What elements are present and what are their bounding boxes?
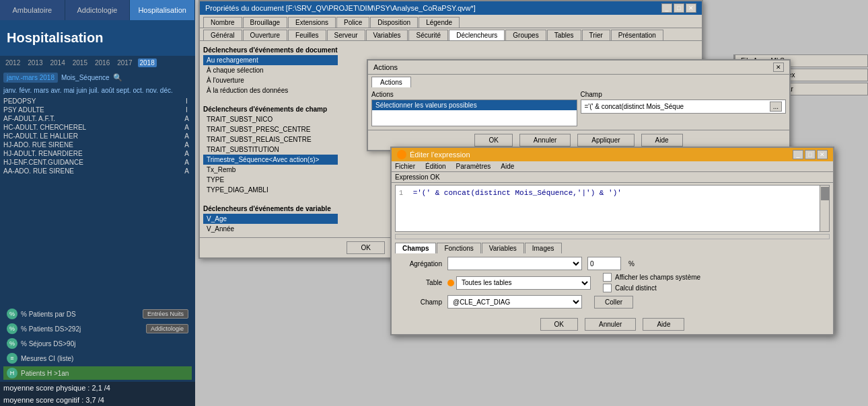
patient-row-af-adult[interactable]: AF-ADULT. A.F.T. A (0, 114, 195, 123)
aggregation-select[interactable] (447, 257, 582, 270)
coller-button[interactable]: Coller (594, 296, 633, 309)
month-aug[interactable]: août (101, 87, 114, 94)
patient-row-aa-ado[interactable]: AA-ADO. RUE SIRENE A (0, 167, 195, 175)
ok-button-doc[interactable]: OK (347, 241, 384, 254)
aide-button-actions[interactable]: Aide (641, 134, 683, 147)
year-2016[interactable]: 2016 (93, 58, 112, 67)
var-event-age[interactable]: V_Age (203, 214, 338, 224)
subtab-groupes[interactable]: Groupes (505, 30, 546, 40)
year-2015[interactable]: 2015 (71, 58, 89, 67)
distinct-checkbox[interactable] (603, 284, 612, 292)
expr-menu-aide[interactable]: Aide (501, 163, 514, 170)
actions-tab[interactable]: Actions (371, 77, 411, 87)
expr-editor-area[interactable]: 1 ='(' & concat(distinct Mois_Séquence,'… (395, 185, 830, 232)
month-nov[interactable]: nov. (146, 87, 158, 94)
btn-mesures-ci[interactable]: ≡ Mesures CI (liste) (3, 352, 192, 365)
expr-text[interactable]: ='(' & concat(distinct Mois_Séquence,'|'… (413, 189, 622, 197)
field-event-type-diag[interactable]: TYPE_DIAG_AMBLI (203, 185, 338, 195)
expr-scrollbar[interactable] (820, 186, 829, 231)
expr-close-button[interactable]: ✕ (817, 150, 828, 159)
addictologie-button[interactable]: Addictologie (146, 324, 188, 333)
expr-menu-parametres[interactable]: Paramètres (456, 163, 491, 170)
subtab-ouverture[interactable]: Ouverture (243, 30, 287, 40)
subtab-presentation[interactable]: Présentation (611, 30, 663, 40)
patient-row-hj-ado[interactable]: HJ-ADO. RUE SIRENE A (0, 140, 195, 149)
field-event-relais[interactable]: TRAIT_SUBST_RELAIS_CENTRE (203, 134, 338, 145)
expr-tab-fonctions[interactable]: Fonctions (437, 243, 480, 253)
table-select[interactable]: Toutes les tables (456, 276, 591, 290)
expr-minimize-button[interactable]: _ (793, 150, 803, 159)
btn-patients-h[interactable]: H Patients H >1an (3, 366, 192, 380)
annuler-button-expr[interactable]: Annuler (585, 318, 636, 331)
expr-menu-edition[interactable]: Édition (425, 163, 446, 170)
month-sep[interactable]: sept. (116, 87, 131, 94)
subtab-tables[interactable]: Tables (547, 30, 581, 40)
subtab-declencheurs[interactable]: Déclencheurs (449, 30, 505, 40)
subtab-serveur[interactable]: Serveur (327, 30, 365, 40)
month-dec[interactable]: déc. (160, 87, 173, 94)
field-event-presc[interactable]: TRAIT_SUBST_PRESC_CENTRE (203, 124, 338, 134)
month-jan[interactable]: janv. (3, 87, 17, 94)
field-event-tx-remb[interactable]: Tx_Remb (203, 165, 338, 175)
year-2018[interactable]: 2018 (138, 58, 157, 67)
tab-legende[interactable]: Légende (419, 17, 460, 28)
field-event-type[interactable]: TYPE (203, 175, 338, 185)
patient-row-hj-renardiere[interactable]: HJ-ADULT. RENARDIERE A (0, 149, 195, 158)
month-apr[interactable]: avr. (51, 87, 62, 94)
appliquer-button-actions[interactable]: Appliquer (577, 134, 634, 147)
ok-button-expr[interactable]: OK (540, 318, 578, 331)
champ-select[interactable]: @CLE_ACT_DIAG (447, 295, 582, 309)
subtab-variables[interactable]: Variables (366, 30, 408, 40)
btn-patients-ds[interactable]: % % Patients par DS Entrées Nuits (3, 307, 192, 321)
month-oct[interactable]: oct. (133, 87, 144, 94)
field-event-substitution[interactable]: TRAIT_SUBSTITUTION (203, 145, 338, 155)
trigger-ouverture[interactable]: À l'ouverture (203, 75, 338, 85)
patient-row-psy-adulte[interactable]: PSY ADULTE I (0, 106, 195, 114)
aggregation-num-input[interactable] (587, 257, 621, 270)
month-mar[interactable]: mars (34, 87, 48, 94)
close-button[interactable]: ✕ (686, 3, 696, 13)
minimize-button[interactable]: _ (661, 3, 672, 13)
field-event-trimestre[interactable]: Trimestre_Séquence<Avec action(s)> (203, 155, 338, 165)
actions-close-button[interactable]: ✕ (773, 63, 784, 72)
aide-button-expr[interactable]: Aide (643, 318, 684, 331)
month-feb[interactable]: févr. (19, 87, 32, 94)
month-may[interactable]: mai (64, 87, 75, 94)
expr-menu-fichier[interactable]: Fichier (395, 163, 415, 170)
subtab-trier[interactable]: Trier (582, 30, 610, 40)
year-2017[interactable]: 2017 (115, 58, 134, 67)
patient-row-pedopsy[interactable]: PEDOPSY I (0, 97, 195, 106)
maximize-button[interactable]: □ (674, 3, 684, 13)
tab-brouillage[interactable]: Brouillage (243, 17, 287, 28)
patient-row-hc-chercherel[interactable]: HC-ADULT. CHERCHEREL A (0, 123, 195, 132)
expr-horizontal-scrollbar[interactable] (395, 234, 830, 239)
field-event-nico[interactable]: TRAIT_SUBST_NICO (203, 114, 338, 124)
subtab-feuilles[interactable]: Feuilles (288, 30, 326, 40)
search-icon[interactable]: 🔍 (113, 73, 122, 82)
sidebar-tab-ambulatoire[interactable]: Ambulatoire (0, 0, 65, 20)
champ-browse-button[interactable]: ... (770, 102, 782, 112)
month-jun[interactable]: juin (77, 87, 87, 94)
annuler-button-actions[interactable]: Annuler (519, 134, 571, 147)
expr-tab-images[interactable]: Images (525, 243, 562, 253)
expr-maximize-button[interactable]: □ (805, 150, 816, 159)
var-event-annee[interactable]: V_Année (203, 224, 338, 234)
btn-patients-ds292j[interactable]: % % Patients DS>292j Addictologie (3, 322, 192, 335)
entrees-nuits-button[interactable]: Entrées Nuits (143, 309, 188, 319)
tab-disposition[interactable]: Disposition (370, 17, 418, 28)
trigger-reduction[interactable]: À la réduction des données (203, 85, 338, 95)
trigger-rechargement[interactable]: Au rechargement (203, 55, 338, 65)
month-jul[interactable]: juil. (89, 87, 99, 94)
expr-tab-variables[interactable]: Variables (482, 243, 524, 253)
expr-tab-champs[interactable]: Champs (395, 243, 436, 253)
year-2012[interactable]: 2012 (3, 58, 22, 67)
sidebar-tab-hospitalisation[interactable]: Hospitalisation (130, 0, 195, 20)
tab-nombre[interactable]: Nombre (203, 17, 242, 28)
system-fields-checkbox[interactable] (603, 273, 612, 282)
action-item-selectionner[interactable]: Sélectionner les valeurs possibles (372, 100, 577, 110)
sidebar-tab-addictologie[interactable]: Addictologie (65, 0, 131, 20)
patient-row-hc-hallier[interactable]: HC-ADULT. LE HALLIER A (0, 132, 195, 140)
trigger-selection[interactable]: À chaque sélection (203, 65, 338, 75)
btn-sejours-ds90j[interactable]: % % Séjours DS>90j (3, 337, 192, 350)
tab-extensions[interactable]: Extensions (288, 17, 336, 28)
